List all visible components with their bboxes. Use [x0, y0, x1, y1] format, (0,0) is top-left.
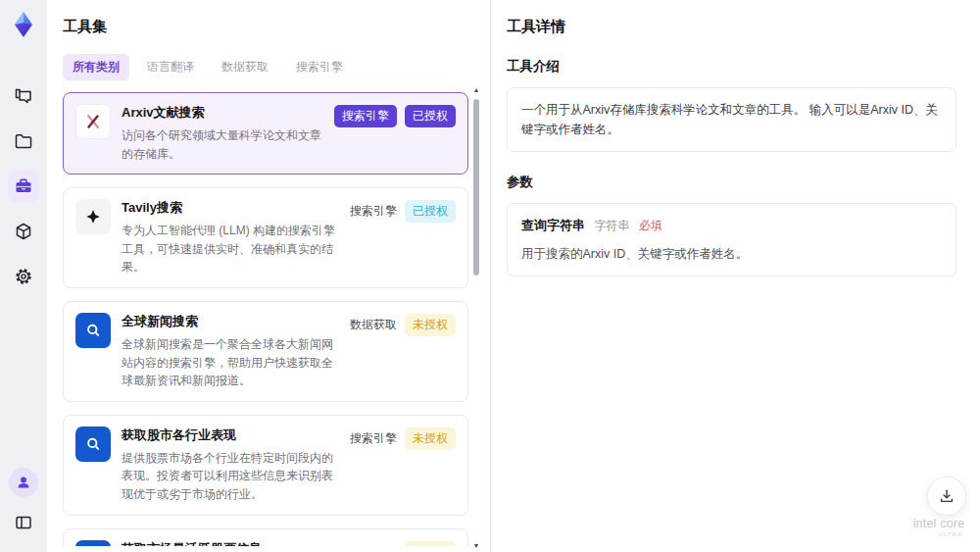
scrollbar-track[interactable] [472, 94, 480, 542]
tab-language-translation[interactable]: 语言翻译 [137, 54, 204, 80]
intel-core-wordmark: intel core [911, 518, 966, 531]
app-logo-icon [9, 10, 38, 39]
rail-bottom [8, 468, 39, 538]
param-description: 用于搜索的Arxiv ID、关键字或作者姓名。 [521, 244, 942, 264]
status-badge-authorized: 已授权 [405, 105, 456, 127]
params-section-title: 参数 [507, 174, 956, 191]
tool-description: 专为人工智能代理 (LLM) 构建的搜索引擎工具，可快速提供实时、准确和真实的结… [122, 222, 339, 276]
arxiv-logo-icon [75, 104, 111, 139]
rail-nav [8, 80, 39, 292]
scrollbar-thumb[interactable] [473, 99, 479, 276]
tool-card-sector-performance[interactable]: 获取股市各行业表现 提供股票市场各个行业在特定时间段内的表现。投资者可以利用这些… [63, 415, 468, 516]
tool-card-tavily[interactable]: Tavily搜索 专为人工智能代理 (LLM) 构建的搜索引擎工具，可快速提供实… [63, 187, 468, 288]
scrollbar-down-button[interactable]: ▼ [473, 542, 480, 550]
tab-data-fetching[interactable]: 数据获取 [212, 54, 278, 80]
tool-description: 全球新闻搜索是一个聚合全球各大新闻网站内容的搜索引擎，帮助用户快速获取全球最新资… [122, 335, 339, 390]
param-box: 查询字符串 字符串 必填 用于搜索的Arxiv ID、关键字或作者姓名。 [507, 203, 956, 276]
sparkle-icon [75, 199, 111, 234]
app-window: 工具集 所有类别 语言翻译 数据获取 搜索引擎 Arxiv文献搜索 访问各个研究… [0, 0, 980, 552]
folder-icon[interactable] [8, 125, 39, 157]
download-button[interactable] [927, 477, 966, 516]
gear-icon[interactable] [8, 261, 39, 292]
tool-detail-panel: 工具详情 工具介绍 一个用于从Arxiv存储库搜索科学论文和文章的工具。 输入可… [490, 0, 980, 552]
news-search-icon [75, 313, 111, 348]
scrollbar-up-button[interactable]: ▲ [473, 86, 480, 94]
category-badge: 搜索引擎 [334, 105, 397, 127]
tool-card-most-active-stocks[interactable]: 获取市场最活跃股票信息 提供当天交易量最高的股票列表，投资者可以利用这些信息来识… [63, 528, 468, 546]
page-title: 工具集 [63, 18, 468, 36]
category-label: 搜索引擎 [350, 427, 397, 450]
left-rail [0, 0, 47, 552]
chat-icon[interactable] [8, 80, 39, 112]
tool-name: 全球新闻搜索 [122, 313, 339, 330]
tab-all-categories[interactable]: 所有类别 [63, 54, 129, 80]
category-tabs: 所有类别 语言翻译 数据获取 搜索引擎 [63, 54, 468, 80]
intro-section-title: 工具介绍 [507, 58, 956, 75]
tool-description: 访问各个研究领域大量科学论文和文章的存储库。 [122, 126, 323, 163]
tool-name: Tavily搜索 [122, 199, 339, 217]
tools-panel: 工具集 所有类别 语言翻译 数据获取 搜索引擎 Arxiv文献搜索 访问各个研究… [47, 0, 490, 552]
tool-intro-box: 一个用于从Arxiv存储库搜索科学论文和文章的工具。 输入可以是Arxiv ID… [507, 87, 956, 152]
tool-list: Arxiv文献搜索 访问各个研究领域大量科学论文和文章的存储库。 搜索引擎 已授… [63, 92, 468, 546]
tool-card-arxiv[interactable]: Arxiv文献搜索 访问各个研究领域大量科学论文和文章的存储库。 搜索引擎 已授… [63, 92, 468, 175]
news-search-icon [75, 540, 111, 546]
tool-name: 获取股市各行业表现 [122, 427, 339, 444]
status-badge-authorized: 已授权 [405, 200, 456, 223]
intel-core-sub-label: ULTRA [911, 531, 966, 538]
tab-search-engine[interactable]: 搜索引擎 [286, 54, 353, 80]
status-badge-unauthorized: 未授权 [405, 541, 456, 546]
category-label: 数据获取 [350, 314, 397, 336]
param-required-flag: 必填 [639, 219, 662, 232]
category-label: 搜索引擎 [350, 200, 397, 223]
tool-description: 提供股票市场各个行业在特定时间段内的表现。投资者可以利用这些信息来识别表现优于或… [122, 449, 339, 504]
detail-title: 工具详情 [507, 18, 956, 36]
tool-card-global-news[interactable]: 全球新闻搜索 全球新闻搜索是一个聚合全球各大新闻网站内容的搜索引擎，帮助用户快速… [63, 301, 468, 402]
cube-icon[interactable] [8, 216, 39, 247]
news-search-icon [75, 427, 111, 462]
intel-core-logo: intel core ULTRA [911, 518, 966, 537]
status-badge-unauthorized: 未授权 [405, 427, 456, 450]
user-icon[interactable] [9, 468, 38, 497]
tool-name: 获取市场最活跃股票信息 [122, 540, 339, 546]
panel-toggle-icon[interactable] [8, 507, 39, 538]
param-name: 查询字符串 [521, 218, 585, 232]
list-scrollbar: ▲ ▼ [472, 86, 480, 550]
status-badge-unauthorized: 未授权 [405, 314, 456, 336]
param-type: 字符串 [594, 219, 629, 232]
tool-name: Arxiv文献搜索 [122, 104, 323, 122]
category-label: 搜索引擎 [350, 541, 397, 546]
toolbox-icon[interactable] [8, 171, 39, 202]
